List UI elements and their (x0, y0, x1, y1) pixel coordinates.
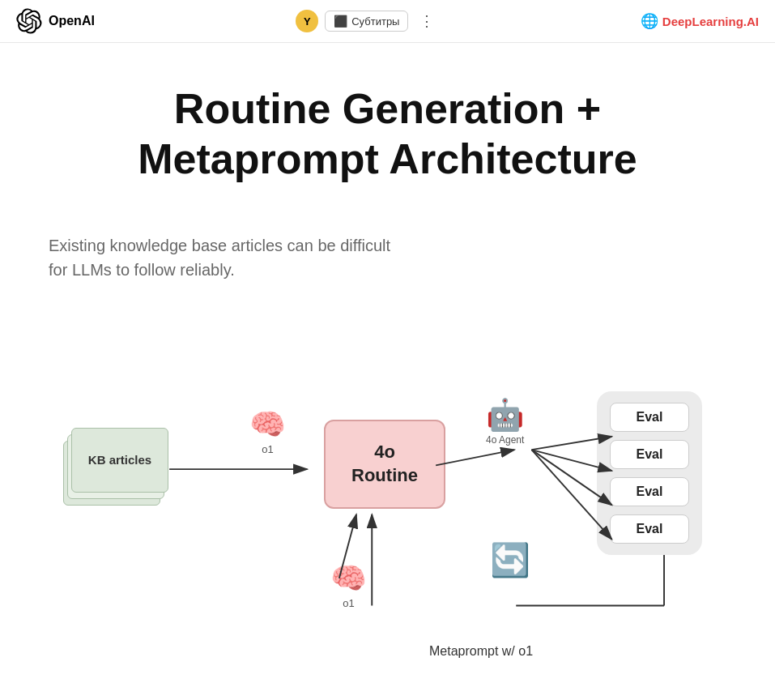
refresh-icon: 🔄 (490, 541, 530, 579)
metaprompt-label: Metaprompt w/ o1 (429, 644, 533, 659)
eval-box-2: Eval (610, 440, 689, 469)
brain-bottom: 🧠 o1 (330, 561, 367, 609)
kb-card-front: KB articles (71, 428, 168, 493)
robot-emoji: 🤖 (486, 397, 524, 433)
toolbar: OpenAI Y ⬛ Субтитры ⋮ 🌐 DeepLearning.AI (0, 0, 775, 43)
openai-text: OpenAI (49, 14, 95, 28)
deeplearning-text: DeepLearning.AI (662, 15, 759, 28)
routine-text: 4o Routine (351, 441, 418, 487)
subtitles-button[interactable]: ⬛ Субтитры (325, 11, 408, 32)
diagram-container: KB articles 🧠 o1 4o Routine 🤖 4o Agent E… (49, 322, 726, 663)
brain-top-emoji: 🧠 (249, 408, 286, 442)
deeplearning-logo: 🌐 DeepLearning.AI (641, 12, 759, 30)
robot-icon-container: 🤖 4o Agent (486, 397, 524, 446)
toolbar-left: OpenAI (16, 8, 95, 34)
routine-box: 4o Routine (324, 420, 445, 509)
kb-stack: KB articles (63, 428, 168, 509)
subtitles-label: Субтитры (351, 15, 399, 28)
brain-top-label: o1 (249, 443, 286, 455)
toolbar-right: 🌐 DeepLearning.AI (641, 12, 759, 30)
openai-logo: OpenAI (16, 8, 95, 34)
y-button[interactable]: Y (296, 10, 318, 32)
slide-description: Existing knowledge base articles can be … (49, 233, 405, 282)
eval-group: Eval Eval Eval Eval (597, 391, 702, 555)
openai-icon (16, 8, 42, 34)
kb-articles-box: KB articles (63, 428, 168, 509)
svg-line-2 (436, 450, 514, 465)
eval-box-4: Eval (610, 514, 689, 544)
eval-box-3: Eval (610, 477, 689, 506)
eval-box-1: Eval (610, 403, 689, 432)
toolbar-center: Y ⬛ Субтитры ⋮ (296, 9, 439, 33)
brain-bottom-label: o1 (330, 597, 367, 609)
deeplearning-icon: 🌐 (641, 12, 658, 30)
more-options-button[interactable]: ⋮ (415, 9, 439, 33)
brain-bottom-emoji: 🧠 (330, 561, 367, 595)
robot-label: 4o Agent (486, 434, 524, 446)
main-content: Routine Generation + Metaprompt Architec… (0, 43, 775, 695)
brain-top: 🧠 o1 (249, 408, 286, 455)
slide-title: Routine Generation + Metaprompt Architec… (49, 83, 726, 185)
cc-icon: ⬛ (334, 15, 347, 28)
